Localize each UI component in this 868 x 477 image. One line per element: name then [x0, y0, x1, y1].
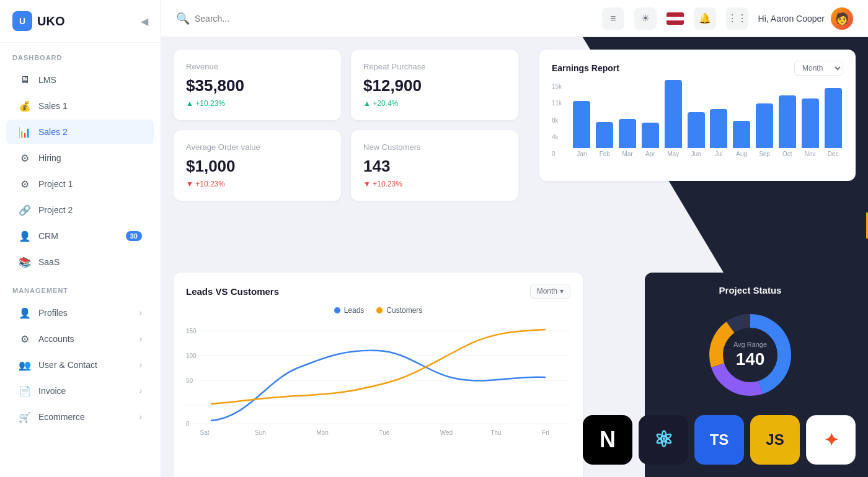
main-area: 🔍 ≡ ☀ 🔔 ⋮⋮ Hi, Aaron Cooper 🧑 Reve [161, 0, 868, 477]
metric-value-2: $1,000 [186, 157, 329, 176]
sidebar-item-accounts[interactable]: ⚙Accounts› [6, 326, 154, 351]
nav-icon-user-contact: 👥 [19, 359, 31, 371]
nav-icon-invoice: 📄 [19, 385, 31, 397]
month-select[interactable]: Month Quarter Year [794, 61, 843, 76]
nav-icon-saas: 📚 [19, 256, 31, 268]
nav-icon-accounts: ⚙ [19, 333, 31, 345]
nav-label-project2: Project 2 [38, 205, 73, 215]
nav-icon-sales2: 📊 [19, 126, 31, 138]
bar-apr[interactable] [642, 123, 659, 148]
tech-icon-react[interactable]: ⚛ [639, 415, 688, 465]
donut-chart: Avg Range 140 [701, 305, 800, 405]
bar-oct[interactable] [779, 95, 796, 148]
nav-label-crm: CRM [38, 231, 58, 241]
grid-icon-btn[interactable]: ⋮⋮ [726, 7, 748, 30]
bar-mar[interactable] [619, 119, 636, 148]
leads-card: Leads VS Customers Month ▾ Leads Custome… [174, 273, 583, 477]
bar-group-sep: Sep [755, 103, 775, 157]
sidebar-item-crm[interactable]: 👤CRM30 [6, 224, 154, 248]
sidebar-item-project1[interactable]: ⚙Project 1 [6, 172, 154, 196]
collapse-button[interactable]: ◀ [141, 15, 148, 27]
sidebar-nav: DASHBOARD🖥LMS💰Sales 1📊Sales 2⚙Hiring⚙Pro… [0, 43, 161, 431]
user-name: Hi, Aaron Cooper [758, 14, 825, 24]
sidebar-item-saas[interactable]: 📚SaaS [6, 250, 154, 274]
search-box: 🔍 [176, 12, 592, 25]
legend-leads: Leads [334, 306, 365, 315]
bar-label-may: May [667, 151, 679, 157]
sidebar-item-hiring[interactable]: ⚙Hiring [6, 146, 154, 170]
bar-group-mar: Mar [618, 119, 638, 157]
flag-icon[interactable] [666, 12, 684, 25]
search-input[interactable] [195, 14, 319, 24]
tech-icon-figma[interactable]: ✦ [806, 415, 856, 465]
bell-icon-btn[interactable]: 🔔 [694, 7, 716, 30]
y-label-0: 0 [552, 151, 569, 157]
user-info[interactable]: Hi, Aaron Cooper 🧑 [758, 7, 853, 30]
menu-icon-btn[interactable]: ≡ [602, 7, 624, 30]
bar-label-jul: Jul [715, 151, 723, 157]
bar-label-oct: Oct [782, 151, 792, 157]
bar-sep[interactable] [756, 103, 773, 148]
leads-month-btn[interactable]: Month ▾ [530, 284, 570, 299]
tech-icon-nextjs[interactable]: N [583, 415, 632, 465]
tech-icon-javascript[interactable]: JS [750, 415, 800, 465]
header: 🔍 ≡ ☀ 🔔 ⋮⋮ Hi, Aaron Cooper 🧑 [161, 0, 868, 37]
bar-jul[interactable] [710, 109, 727, 148]
bar-dec[interactable] [825, 88, 842, 148]
tech-icon-typescript[interactable]: TS [694, 415, 744, 465]
sidebar-item-user-contact[interactable]: 👥User & Contact› [6, 352, 154, 377]
nav-label-profiles: Profiles [38, 308, 68, 318]
header-actions: ≡ ☀ 🔔 ⋮⋮ Hi, Aaron Cooper 🧑 [602, 7, 853, 30]
bar-jun[interactable] [688, 112, 705, 148]
bar-group-oct: Oct [777, 95, 797, 157]
metric-value-0: $35,800 [186, 76, 329, 95]
svg-text:Sun: Sun [255, 429, 266, 436]
y-label-15k: 15k [552, 83, 569, 90]
tech-icons-row: N⚛TSJS✦ [583, 415, 856, 465]
bar-group-aug: Aug [732, 121, 752, 157]
earnings-title: Earnings Report [552, 63, 619, 73]
nav-arrow-ecommerce: › [140, 413, 142, 421]
bar-label-jan: Jan [577, 151, 587, 157]
bar-label-feb: Feb [600, 151, 610, 157]
logo: U UKO [12, 11, 64, 31]
sidebar-item-project2[interactable]: 🔗Project 2 [6, 198, 154, 222]
bar-group-may: May [663, 80, 683, 157]
metric-card-0: Revenue$35,800▲ +10.23% [174, 50, 341, 120]
sidebar-item-ecommerce[interactable]: 🛒Ecommerce› [6, 405, 154, 429]
svg-text:Tue: Tue [379, 429, 390, 436]
content-scroll: Revenue$35,800▲ +10.23%Repeat Purchase$1… [161, 37, 868, 477]
sidebar-item-invoice[interactable]: 📄Invoice› [6, 379, 154, 403]
bar-label-mar: Mar [622, 151, 632, 157]
sidebar-item-profiles[interactable]: 👤Profiles› [6, 300, 154, 325]
legend-dot-leads [334, 307, 340, 313]
bar-jan[interactable] [573, 101, 590, 148]
sidebar-item-sales2[interactable]: 📊Sales 2 [6, 120, 154, 144]
bar-group-jun: Jun [686, 112, 706, 157]
user-avatar: 🧑 [831, 7, 853, 30]
nav-label-sales1: Sales 1 [38, 101, 68, 111]
bar-feb[interactable] [596, 122, 613, 148]
nav-label-hiring: Hiring [38, 153, 61, 163]
sidebar-item-sales1[interactable]: 💰Sales 1 [6, 94, 154, 118]
bar-label-sep: Sep [759, 151, 770, 157]
bar-label-aug: Aug [736, 151, 747, 157]
nav-arrow-invoice: › [140, 387, 142, 395]
metric-card-1: Repeat Purchase$12,900▲ +20.4% [351, 50, 518, 120]
metric-label-2: Average Order value [186, 142, 329, 152]
bar-may[interactable] [665, 80, 682, 148]
nav-label-ecommerce: Ecommerce [38, 412, 85, 422]
metric-card-2: Average Order value$1,000▼ +10.23% [174, 130, 341, 201]
nav-label-sales2: Sales 2 [38, 127, 68, 137]
section-label-dashboard: DASHBOARD [0, 43, 161, 66]
bar-nov[interactable] [802, 98, 819, 148]
y-axis-labels: 15k 11k 8k 4k 0 [552, 83, 569, 170]
earnings-header: Earnings Report Month Quarter Year [552, 61, 843, 76]
bar-aug[interactable] [733, 121, 750, 148]
sidebar-item-lms[interactable]: 🖥LMS [6, 68, 154, 92]
earnings-card: Earnings Report Month Quarter Year 15k 1… [539, 50, 856, 181]
bar-chart: JanFebMarAprMayJunJulAugSepOctNovDec [572, 83, 843, 170]
nav-icon-sales1: 💰 [19, 100, 31, 112]
sun-icon-btn[interactable]: ☀ [634, 7, 657, 30]
nav-arrow-profiles: › [140, 309, 142, 317]
